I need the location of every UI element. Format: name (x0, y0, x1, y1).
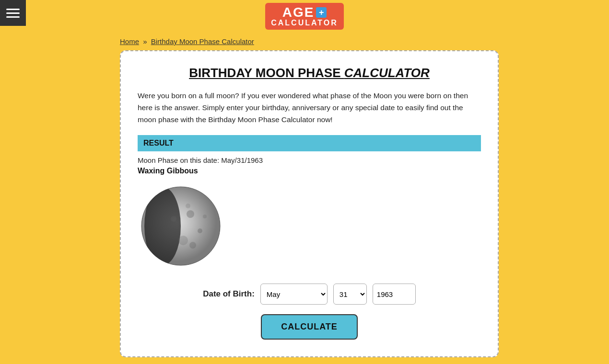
svg-point-5 (178, 236, 188, 245)
hamburger-line-3 (6, 16, 20, 18)
logo-calculator-text: CALCULATOR (271, 19, 338, 27)
page-title-part2: CALCULATOR (344, 66, 430, 80)
moon-image-container (138, 183, 224, 269)
svg-point-7 (189, 242, 196, 249)
hamburger-line-2 (6, 12, 20, 14)
logo-top-row: AGE + (282, 6, 327, 19)
month-select[interactable]: January February March April May June Ju… (260, 284, 328, 305)
svg-point-2 (144, 187, 181, 265)
year-input[interactable] (373, 284, 416, 305)
logo-plus-icon: + (316, 7, 327, 18)
svg-point-6 (171, 216, 176, 222)
svg-point-4 (198, 228, 202, 233)
breadcrumb-home-link[interactable]: Home (120, 37, 139, 46)
calculate-button-row: CALCULATE (138, 314, 481, 340)
result-label: RESULT (143, 139, 174, 147)
svg-point-8 (203, 215, 207, 218)
result-date-line: Moon Phase on this date: May/31/1963 (138, 156, 481, 164)
date-of-birth-label: Date of Birth: (203, 289, 255, 299)
page-title: BIRTHDAY MOON PHASE CALCULATOR (138, 66, 481, 80)
breadcrumb-separator: » (143, 37, 147, 46)
date-input-row: Date of Birth: January February March Ap… (138, 284, 481, 305)
hamburger-line-1 (6, 9, 20, 10)
header: AGE + CALCULATOR (0, 0, 609, 33)
svg-point-9 (186, 204, 190, 208)
moon-image (138, 183, 224, 269)
breadcrumb-current-link[interactable]: Birthday Moon Phase Calculator (151, 37, 254, 46)
svg-point-3 (187, 210, 194, 218)
hamburger-menu-button[interactable] (0, 0, 26, 26)
result-phase-name: Waxing Gibbous (138, 167, 481, 175)
page-title-part1: BIRTHDAY MOON PHASE (189, 66, 344, 80)
page-description: Were you born on a full moon? If you eve… (138, 90, 481, 125)
day-select[interactable]: 12345 678910 1112131415 1617181920 21222… (333, 284, 367, 305)
result-bar: RESULT (138, 135, 481, 151)
calculate-button[interactable]: CALCULATE (261, 314, 358, 340)
logo-age-text: AGE (282, 6, 315, 19)
breadcrumb: Home » Birthday Moon Phase Calculator (0, 33, 609, 50)
main-content-box: BIRTHDAY MOON PHASE CALCULATOR Were you … (120, 50, 499, 357)
site-logo[interactable]: AGE + CALCULATOR (265, 3, 344, 30)
